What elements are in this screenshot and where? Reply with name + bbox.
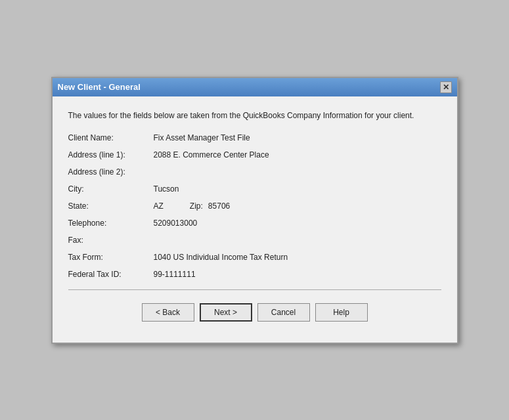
city-row: City: Tucson bbox=[68, 184, 441, 194]
state-value: AZ bbox=[154, 201, 164, 211]
address2-label: Address (line 2): bbox=[68, 167, 154, 177]
intro-text: The values for the fields below are take… bbox=[68, 110, 441, 121]
telephone-label: Telephone: bbox=[68, 219, 154, 228]
telephone-row: Telephone: 5209013000 bbox=[68, 219, 441, 228]
federal-tax-id-value: 99-1111111 bbox=[154, 270, 196, 279]
address1-row: Address (line 1): 2088 E. Commerce Cente… bbox=[68, 150, 441, 159]
tax-form-row: Tax Form: 1040 US Individual Income Tax … bbox=[68, 253, 441, 262]
federal-tax-id-label: Federal Tax ID: bbox=[68, 270, 154, 279]
cancel-button[interactable]: Cancel bbox=[257, 303, 310, 322]
tax-form-value: 1040 US Individual Income Tax Return bbox=[154, 253, 288, 262]
close-button[interactable]: ✕ bbox=[440, 81, 452, 93]
federal-tax-id-row: Federal Tax ID: 99-1111111 bbox=[68, 270, 441, 279]
dialog-content: The values for the fields below are take… bbox=[53, 96, 457, 343]
city-value: Tucson bbox=[154, 184, 179, 194]
help-button[interactable]: Help bbox=[315, 303, 368, 322]
client-name-row: Client Name: Fix Asset Manager Test File bbox=[68, 133, 441, 142]
back-button[interactable]: < Back bbox=[142, 303, 194, 322]
telephone-value: 5209013000 bbox=[154, 219, 198, 228]
address1-value: 2088 E. Commerce Center Place bbox=[154, 150, 269, 159]
button-row: < Back Next > Cancel Help bbox=[68, 298, 441, 329]
address2-row: Address (line 2): bbox=[68, 167, 441, 177]
state-label: State: bbox=[68, 201, 154, 211]
window-title: New Client - General bbox=[58, 82, 141, 92]
zip-label: Zip: bbox=[190, 201, 203, 211]
divider bbox=[68, 289, 441, 290]
client-name-value: Fix Asset Manager Test File bbox=[154, 133, 250, 142]
tax-form-label: Tax Form: bbox=[68, 253, 154, 262]
client-name-label: Client Name: bbox=[68, 133, 154, 142]
fax-row: Fax: bbox=[68, 236, 441, 245]
address1-label: Address (line 1): bbox=[68, 150, 154, 159]
city-label: City: bbox=[68, 184, 154, 194]
fax-label: Fax: bbox=[68, 236, 154, 245]
next-button[interactable]: Next > bbox=[200, 303, 252, 322]
dialog-window: New Client - General ✕ The values for th… bbox=[51, 77, 458, 344]
title-bar: New Client - General ✕ bbox=[53, 78, 457, 96]
state-zip-row: State: AZ Zip: 85706 bbox=[68, 201, 441, 211]
zip-value: 85706 bbox=[208, 201, 230, 211]
